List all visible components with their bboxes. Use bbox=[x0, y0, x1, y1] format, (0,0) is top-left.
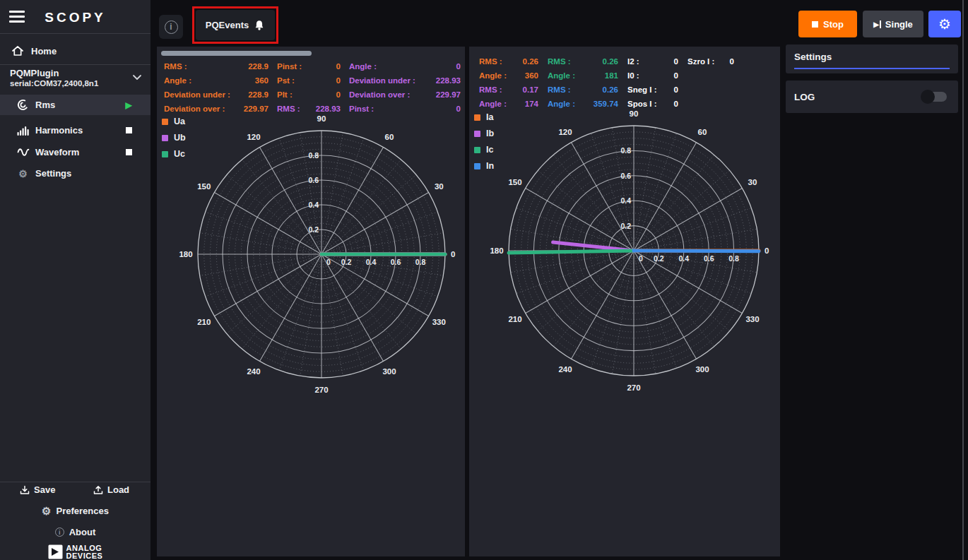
log-label: LOG bbox=[794, 92, 815, 102]
svg-text:330: 330 bbox=[432, 318, 446, 326]
svg-text:180: 180 bbox=[490, 246, 503, 255]
waveform-label: Waveform bbox=[35, 147, 79, 157]
svg-text:0.6: 0.6 bbox=[308, 176, 319, 184]
svg-text:210: 210 bbox=[197, 318, 211, 326]
analog-devices-triangle-icon bbox=[48, 544, 63, 559]
svg-text:180: 180 bbox=[179, 250, 192, 258]
run-indicator-play-icon[interactable]: ▶ bbox=[124, 101, 133, 109]
waveform-icon bbox=[17, 148, 30, 157]
readout-cell: Pst :0 bbox=[277, 73, 341, 88]
svg-text:0: 0 bbox=[451, 250, 455, 258]
svg-text:30: 30 bbox=[748, 178, 757, 186]
sidebar-item-rms[interactable]: Rms ▶ bbox=[0, 95, 150, 115]
readout-cell: Angle :360 bbox=[479, 68, 538, 83]
bell-icon bbox=[254, 20, 265, 31]
scopy-logo: SCOPY bbox=[0, 10, 150, 25]
load-button[interactable]: Load bbox=[93, 484, 129, 495]
stop-indicator-square-icon[interactable] bbox=[124, 125, 133, 136]
svg-text:240: 240 bbox=[558, 365, 572, 374]
svg-text:0: 0 bbox=[639, 254, 643, 263]
svg-text:0: 0 bbox=[765, 246, 769, 255]
svg-text:210: 210 bbox=[508, 315, 521, 323]
home-icon bbox=[11, 45, 24, 56]
divider bbox=[0, 33, 150, 34]
plot-settings-button[interactable]: ⚙ bbox=[928, 11, 961, 37]
svg-text:240: 240 bbox=[247, 367, 260, 376]
single-bar-icon bbox=[880, 20, 881, 28]
phasor-trace-ic bbox=[509, 251, 634, 253]
gear-icon: ⚙ bbox=[18, 169, 28, 179]
readout-scrollbar[interactable] bbox=[161, 51, 312, 56]
readout-cell: RMS :228.9 bbox=[164, 59, 268, 73]
info-icon: i bbox=[55, 528, 64, 537]
sidebar-item-waveform[interactable]: Waveform bbox=[0, 142, 150, 162]
stop-label: Stop bbox=[823, 19, 844, 30]
settings-title-underline bbox=[794, 68, 950, 69]
svg-text:0.8: 0.8 bbox=[728, 254, 739, 263]
svg-text:150: 150 bbox=[197, 182, 211, 191]
gear-icon: ⚙ bbox=[42, 506, 51, 516]
readout-cell: I0 :0 bbox=[627, 68, 678, 83]
info-button[interactable]: i bbox=[159, 15, 183, 39]
log-toggle-knob[interactable] bbox=[921, 90, 935, 104]
brand-devices: DEVICES bbox=[66, 552, 103, 560]
svg-text:30: 30 bbox=[435, 182, 444, 191]
stop-indicator-square-icon[interactable] bbox=[124, 147, 133, 157]
current-polar-chart: 03060901201501802102402703003300.20.40.6… bbox=[478, 99, 780, 403]
load-label: Load bbox=[107, 484, 129, 495]
preferences-button[interactable]: ⚙ Preferences bbox=[0, 506, 150, 516]
save-button[interactable]: Save bbox=[20, 484, 55, 495]
save-label: Save bbox=[34, 484, 55, 495]
readout-cell: RMS :0.17 bbox=[479, 83, 538, 97]
single-label: Single bbox=[885, 19, 913, 30]
svg-text:60: 60 bbox=[698, 128, 707, 136]
svg-text:0.2: 0.2 bbox=[654, 254, 664, 263]
sidebar-item-harmonics[interactable]: Harmonics bbox=[0, 120, 150, 141]
voltage-polar-chart: 03060901201501802102402703003300.20.40.6… bbox=[166, 102, 465, 406]
gear-icon: ⚙ bbox=[938, 16, 951, 32]
plugin-serial: serial:COM37,2400,8n1 bbox=[10, 79, 98, 88]
settings-title: Settings bbox=[794, 52, 832, 62]
svg-text:0: 0 bbox=[326, 258, 331, 266]
readout-cell: RMS :0.26 bbox=[548, 83, 618, 97]
stop-button[interactable]: Stop bbox=[798, 11, 857, 37]
home-label: Home bbox=[31, 46, 57, 56]
readout-cell: Sneg I :0 bbox=[627, 83, 678, 97]
svg-text:120: 120 bbox=[558, 128, 572, 136]
svg-text:0.2: 0.2 bbox=[341, 258, 352, 266]
scopy-window: SCOPY Home PQMPlugin serial:COM37,2400,8… bbox=[0, 0, 968, 560]
window-scrollbar[interactable] bbox=[962, 0, 964, 560]
chevron-down-icon[interactable] bbox=[132, 74, 142, 81]
svg-text:330: 330 bbox=[745, 315, 759, 323]
pqevents-button[interactable]: PQEvents bbox=[196, 10, 275, 40]
svg-text:60: 60 bbox=[385, 133, 394, 141]
readout-cell: Pinst :0 bbox=[277, 59, 341, 73]
svg-text:300: 300 bbox=[382, 367, 396, 376]
svg-text:0.8: 0.8 bbox=[415, 258, 426, 266]
readout-cell: Deviation under :228.93 bbox=[349, 73, 461, 88]
svg-text:90: 90 bbox=[317, 114, 326, 123]
about-button[interactable]: i About bbox=[0, 527, 150, 537]
plugin-header[interactable]: PQMPlugin serial:COM37,2400,8n1 bbox=[0, 67, 150, 93]
analog-devices-logo: ANALOG DEVICES bbox=[0, 544, 150, 560]
harmonics-label: Harmonics bbox=[35, 125, 83, 136]
svg-text:0.8: 0.8 bbox=[620, 146, 631, 155]
harmonics-icon bbox=[17, 125, 30, 136]
sidebar-item-home[interactable]: Home bbox=[0, 38, 150, 64]
readout-cell bbox=[687, 83, 734, 97]
sidebar-item-settings[interactable]: ⚙ Settings bbox=[0, 163, 150, 184]
rms-label: Rms bbox=[35, 100, 55, 110]
settings-panel-header: Settings bbox=[786, 44, 958, 73]
settings-label: Settings bbox=[35, 168, 71, 179]
single-button[interactable]: ▶ Single bbox=[863, 11, 923, 37]
readout-cell: Angle :0 bbox=[349, 59, 461, 73]
readout-cell: Deviation under :228.9 bbox=[164, 88, 268, 102]
sidebar: SCOPY Home PQMPlugin serial:COM37,2400,8… bbox=[0, 0, 150, 560]
readout-cell: Szro I :0 bbox=[687, 54, 734, 68]
log-toggle[interactable] bbox=[921, 92, 947, 102]
svg-text:0.2: 0.2 bbox=[620, 222, 631, 230]
svg-text:0.4: 0.4 bbox=[620, 196, 631, 205]
svg-text:0.6: 0.6 bbox=[704, 254, 714, 263]
log-card: LOG bbox=[786, 81, 958, 113]
svg-text:270: 270 bbox=[314, 386, 328, 394]
